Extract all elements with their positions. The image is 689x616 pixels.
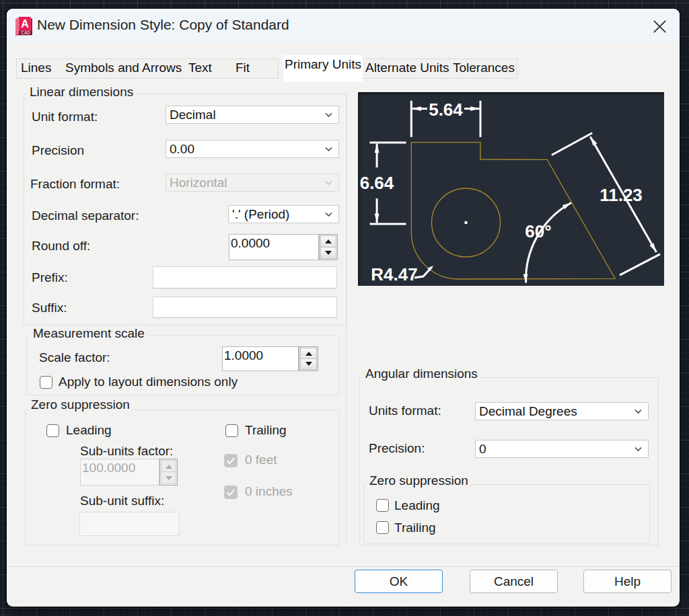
svg-text:R4.47: R4.47 [371, 264, 417, 284]
svg-text:6.64: 6.64 [360, 173, 394, 193]
svg-text:CAD: CAD [21, 30, 30, 35]
svg-text:A: A [21, 18, 29, 30]
svg-text:60°: 60° [525, 221, 551, 241]
svg-text:5.64: 5.64 [429, 100, 463, 120]
svg-text:11.23: 11.23 [600, 185, 643, 205]
